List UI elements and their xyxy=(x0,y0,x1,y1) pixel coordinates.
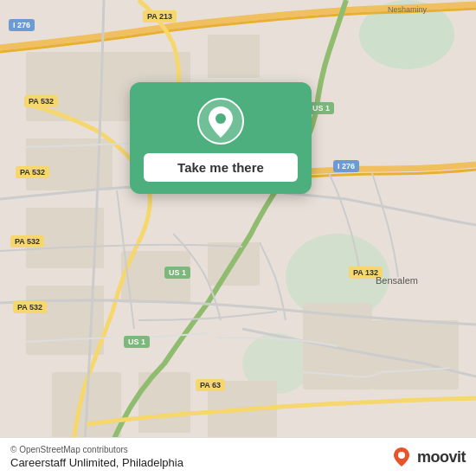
label-pa63: PA 63 xyxy=(196,379,225,391)
label-pa532-3: PA 532 xyxy=(10,235,44,248)
osm-attribution: © OpenStreetMap contributors xyxy=(10,445,183,454)
label-i276-2: I 276 xyxy=(333,160,359,172)
label-pa532-2: PA 532 xyxy=(16,166,49,178)
label-us1-1: US 1 xyxy=(308,102,334,114)
bottom-left-info: © OpenStreetMap contributors Careerstaff… xyxy=(10,445,183,469)
svg-point-19 xyxy=(398,452,405,459)
svg-rect-4 xyxy=(26,52,130,121)
svg-rect-12 xyxy=(372,320,459,389)
label-pa532-1: PA 532 xyxy=(24,95,58,107)
location-pin-icon xyxy=(197,98,244,145)
label-pa532-4: PA 532 xyxy=(13,301,47,313)
location-label: Careerstaff Unlimited, Philadelphia xyxy=(10,456,183,469)
svg-rect-14 xyxy=(208,35,260,78)
map-container: I 276 I 276 PA 213 PA 532 PA 532 PA 532 … xyxy=(0,0,476,476)
moovit-icon xyxy=(389,445,414,469)
label-us1-3: US 1 xyxy=(164,267,190,279)
label-i276-1: I 276 xyxy=(9,19,35,31)
svg-point-18 xyxy=(215,113,226,124)
label-bensalem: Bensalem xyxy=(376,275,418,286)
bottom-bar: © OpenStreetMap contributors Careerstaff… xyxy=(0,437,476,476)
take-me-there-button[interactable]: Take me there xyxy=(144,153,298,182)
label-neshaminy: Neshaminy xyxy=(388,5,427,14)
label-us1-4: US 1 xyxy=(124,336,150,348)
location-card: Take me there xyxy=(130,82,312,194)
map-background xyxy=(0,0,476,476)
moovit-logo: moovit xyxy=(389,445,466,469)
moovit-text: moovit xyxy=(417,448,466,466)
label-pa213: PA 213 xyxy=(143,10,177,23)
